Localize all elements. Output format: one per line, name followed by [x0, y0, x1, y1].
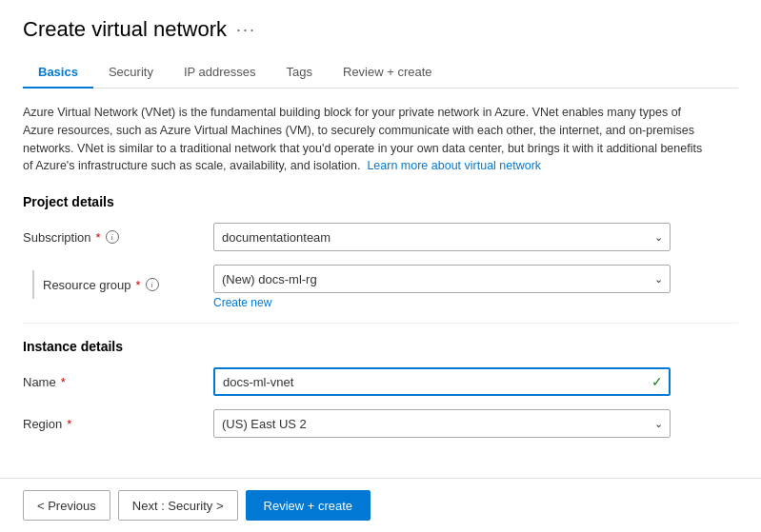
name-valid-icon: ✓ [651, 374, 663, 389]
resource-group-required-star: * [136, 278, 141, 292]
name-required-star: * [61, 375, 66, 389]
name-control: ✓ [213, 367, 671, 396]
tab-basics[interactable]: Basics [23, 57, 93, 89]
resource-group-label: Resource group * i [43, 278, 159, 292]
more-options-button[interactable]: ··· [236, 20, 256, 40]
name-input[interactable] [213, 367, 671, 396]
next-security-button[interactable]: Next : Security > [118, 490, 238, 521]
subscription-control: documentationteam ⌄ [213, 223, 671, 251]
create-new-resource-group-link[interactable]: Create new [213, 296, 671, 309]
resource-group-info-icon[interactable]: i [146, 278, 159, 291]
project-details-heading: Project details [23, 194, 738, 209]
subscription-required-star: * [96, 230, 101, 245]
tabs-row: Basics Security IP addresses Tags Review… [23, 57, 738, 89]
resource-group-control: (New) docs-ml-rg ⌄ Create new [213, 265, 671, 309]
region-select[interactable]: (US) East US 2 [213, 409, 671, 438]
page-title: Create virtual network [23, 17, 227, 42]
header: Create virtual network ··· Basics Securi… [0, 0, 761, 89]
resource-group-field-row: Resource group * i (New) docs-ml-rg ⌄ Cr… [23, 265, 738, 309]
page-title-row: Create virtual network ··· [23, 17, 738, 42]
learn-more-link[interactable]: Learn more about virtual network [367, 159, 541, 172]
page-container: Create virtual network ··· Basics Securi… [0, 0, 761, 532]
instance-details-heading: Instance details [23, 339, 738, 354]
tab-tags[interactable]: Tags [271, 57, 328, 89]
subscription-select[interactable]: documentationteam [213, 223, 671, 251]
subscription-info-icon[interactable]: i [106, 230, 119, 244]
tab-ip-addresses[interactable]: IP addresses [169, 57, 271, 89]
resource-group-select-wrapper: (New) docs-ml-rg ⌄ [213, 265, 671, 293]
subscription-field-row: Subscription * i documentationteam ⌄ [23, 223, 738, 251]
footer: < Previous Next : Security > Review + cr… [0, 478, 761, 532]
indent-line [32, 270, 34, 299]
tab-security[interactable]: Security [93, 57, 169, 89]
section-divider [23, 323, 738, 324]
region-required-star: * [67, 417, 71, 431]
name-field-row: Name * ✓ [23, 367, 738, 396]
region-control: (US) East US 2 ⌄ [213, 409, 671, 438]
content-area: Azure Virtual Network (VNet) is the fund… [0, 89, 761, 478]
subscription-label: Subscription * i [23, 230, 213, 245]
review-create-button[interactable]: Review + create [246, 490, 371, 521]
tab-review-create[interactable]: Review + create [328, 57, 448, 89]
resource-group-select[interactable]: (New) docs-ml-rg [213, 265, 671, 293]
region-field-row: Region * (US) East US 2 ⌄ [23, 409, 738, 438]
description-text: Azure Virtual Network (VNet) is the fund… [23, 104, 709, 175]
region-select-wrapper: (US) East US 2 ⌄ [213, 409, 671, 438]
name-label: Name * [23, 375, 213, 389]
subscription-select-wrapper: documentationteam ⌄ [213, 223, 671, 251]
resource-group-label-col: Resource group * i [23, 265, 213, 299]
previous-button[interactable]: < Previous [23, 490, 110, 521]
region-label: Region * [23, 417, 213, 431]
